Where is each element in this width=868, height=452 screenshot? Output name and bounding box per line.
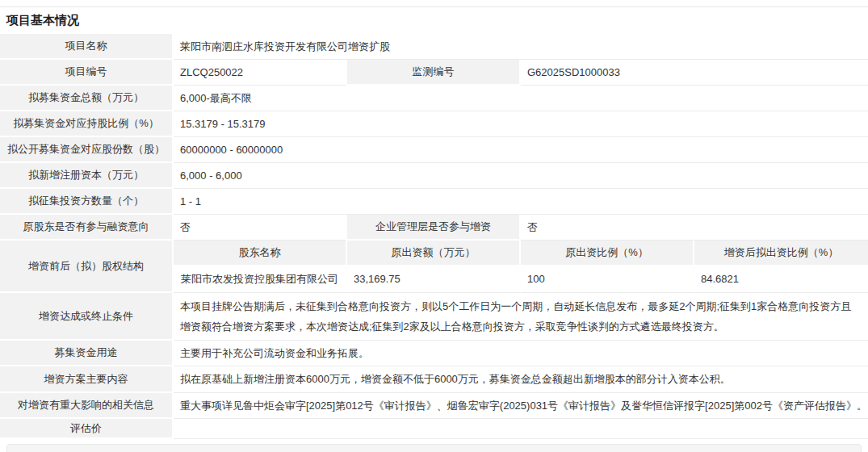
table-row: 拟募集资金对应持股比例（%） 15.3179 - 15.3179	[0, 111, 868, 137]
table-row: 拟募集资金总额（万元） 6,000-最高不限	[0, 86, 868, 111]
field-value-total-funds: 6,000-最高不限	[174, 86, 868, 111]
field-value-original-shareholder-intent: 否	[174, 215, 347, 241]
equity-header-original-ratio: 原出资比例（%）	[521, 241, 694, 266]
table-row: 募集资金用途 主要用于补充公司流动资金和业务拓展。	[0, 341, 868, 366]
field-label-project-code: 项目编号	[0, 60, 174, 86]
field-label-shares-count: 拟公开募集资金对应股份数（股）	[0, 137, 174, 163]
table-row: 增资方案主要内容 拟在原基础上新增注册资本6000万元，增资金额不低于6000万…	[0, 366, 868, 393]
field-value-new-registered-capital: 6,000 - 6,000	[174, 163, 868, 189]
field-value-major-info: 重大事项详见鲁中炬会审字[2025]第012号《审计报告》、烟鲁宏审字(2025…	[174, 393, 868, 419]
field-value-investor-count: 1 - 1	[174, 189, 868, 215]
equity-cell-shareholder-name: 莱阳市农发投资控股集团有限公司	[174, 266, 347, 293]
table-row: 评估价	[0, 419, 868, 439]
field-label-investor-count: 拟征集投资方数量（个）	[0, 189, 174, 215]
field-label-original-shareholder-intent: 原股东是否有参与融资意向	[0, 215, 174, 241]
field-value-shareholding-ratio: 15.3179 - 15.3179	[174, 111, 868, 137]
field-label-completion-terms: 增资达成或终止条件	[0, 293, 174, 341]
field-value-project-code: ZLCQ250022	[174, 60, 347, 86]
field-value-completion-terms: 本项目挂牌公告期满后，未征集到合格意向投资方，则以5个工作日为一个周期，自动延长…	[174, 293, 868, 341]
top-spacer	[0, 0, 868, 6]
equity-header-original-amount: 原出资额（万元）	[347, 241, 521, 266]
field-value-funds-usage: 主要用于补充公司流动资金和业务拓展。	[174, 341, 868, 366]
field-label-equity-structure: 增资前后（拟）股权结构	[0, 241, 174, 293]
table-row: 项目编号 ZLCQ250022 监测编号 G62025SD1000033	[0, 60, 868, 86]
field-label-project-name: 项目名称	[0, 34, 174, 60]
equity-cell-original-amount: 33,169.75	[347, 266, 521, 293]
field-label-monitor-code: 监测编号	[347, 60, 521, 86]
table-row: 项目名称 莱阳市南泗庄水库投资开发有限公司增资扩股	[0, 34, 868, 60]
field-label-plan-content: 增资方案主要内容	[0, 366, 174, 393]
next-section-top-band	[6, 444, 862, 452]
table-row: 拟公开募集资金对应股份数（股） 60000000 - 60000000	[0, 137, 868, 163]
field-label-new-registered-capital: 拟新增注册资本（万元）	[0, 163, 174, 189]
field-value-evaluation-price	[174, 419, 868, 439]
table-row: 增资达成或终止条件 本项目挂牌公告期满后，未征集到合格意向投资方，则以5个工作日…	[0, 293, 868, 341]
equity-header-post-increase-ratio: 增资后拟出资比例（%）	[694, 241, 868, 266]
field-value-project-name: 莱阳市南泗庄水库投资开发有限公司增资扩股	[174, 34, 868, 60]
field-label-management-participation: 企业管理层是否参与增资	[347, 215, 521, 241]
field-label-total-funds: 拟募集资金总额（万元）	[0, 86, 174, 111]
field-value-shares-count: 60000000 - 60000000	[174, 137, 868, 163]
page-title: 项目基本情况	[0, 7, 868, 34]
table-row: 拟征集投资方数量（个） 1 - 1	[0, 189, 868, 215]
field-label-major-info: 对增资有重大影响的相关信息	[0, 393, 174, 419]
table-row: 对增资有重大影响的相关信息 重大事项详见鲁中炬会审字[2025]第012号《审计…	[0, 393, 868, 419]
equity-cell-original-ratio: 100	[521, 266, 694, 293]
field-value-plan-content: 拟在原基础上新增注册资本6000万元，增资金额不低于6000万元，募集资金总金额…	[174, 366, 868, 393]
field-label-funds-usage: 募集资金用途	[0, 341, 174, 366]
equity-header-shareholder-name: 股东名称	[174, 241, 347, 266]
table-row: 拟新增注册资本（万元） 6,000 - 6,000	[0, 163, 868, 189]
table-row: 原股东是否有参与融资意向 否 企业管理层是否参与增资 否	[0, 215, 868, 241]
field-label-shareholding-ratio: 拟募集资金对应持股比例（%）	[0, 111, 174, 137]
equity-cell-post-increase-ratio: 84.6821	[694, 266, 868, 293]
project-info-table: 项目名称 莱阳市南泗庄水库投资开发有限公司增资扩股 项目编号 ZLCQ25002…	[0, 34, 868, 439]
field-value-management-participation: 否	[521, 215, 868, 241]
field-label-evaluation-price: 评估价	[0, 419, 174, 439]
field-value-monitor-code: G62025SD1000033	[521, 60, 868, 86]
equity-table-header-row: 增资前后（拟）股权结构 股东名称 原出资额（万元） 原出资比例（%） 增资后拟出…	[0, 241, 868, 266]
